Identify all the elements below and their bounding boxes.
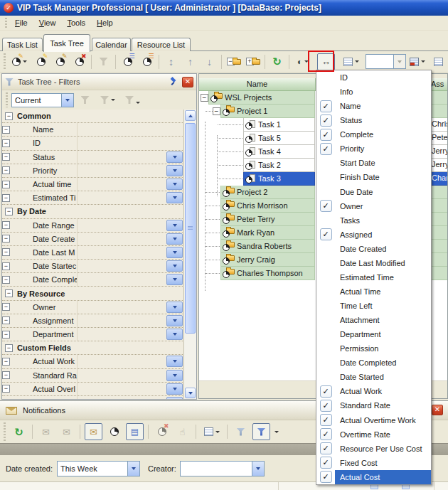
tree-row-box[interactable]: Mark Ryan: [220, 226, 315, 240]
menu-item[interactable]: ✓ Actual Overtime Work: [316, 413, 431, 427]
menu-item[interactable]: Permission: [316, 341, 431, 356]
reject-task-button[interactable]: ✖: [153, 423, 171, 440]
filter-row[interactable]: − By Resource: [2, 287, 184, 300]
menu-item[interactable]: ✓ Complete: [316, 127, 431, 142]
menu-item[interactable]: ✓ Assigned: [316, 228, 431, 242]
dropdown-button[interactable]: [166, 151, 183, 163]
filter-row[interactable]: − Overtime Ra: [2, 396, 184, 399]
dropdown-button[interactable]: [166, 370, 183, 381]
dropdown-button[interactable]: [166, 383, 183, 395]
filter-value-cell[interactable]: [77, 151, 184, 164]
minus-box-icon[interactable]: −: [2, 139, 10, 147]
show-description-button[interactable]: ▤: [126, 423, 144, 440]
menu-item[interactable]: View: [33, 17, 62, 28]
tree-row-box[interactable]: Task 3: [243, 172, 315, 186]
creator-combobox[interactable]: [180, 461, 265, 476]
collapse-all-button[interactable]: −: [225, 53, 242, 70]
dropdown-button[interactable]: [166, 302, 183, 313]
filter-value-cell[interactable]: [77, 396, 184, 399]
filter-row[interactable]: − Common: [2, 110, 184, 123]
column-header-name[interactable]: Name: [199, 78, 315, 90]
filter-value-cell[interactable]: [77, 260, 184, 272]
tab[interactable]: Task Tree: [43, 34, 90, 52]
filter-value-cell[interactable]: [77, 233, 184, 245]
filter-value-cell[interactable]: [77, 355, 184, 368]
save-filter-button[interactable]: [97, 92, 119, 109]
tab[interactable]: Resource List: [132, 38, 191, 51]
tree-row[interactable]: − Project 1: [199, 105, 315, 118]
minus-box-icon[interactable]: −: [2, 358, 10, 366]
new-task-button[interactable]: ✎: [9, 53, 31, 70]
combobox-arrow[interactable]: [127, 462, 139, 476]
filter-value-cell[interactable]: [77, 178, 184, 191]
menu-item[interactable]: Time Left: [316, 299, 431, 313]
filter-row[interactable]: − Priority: [2, 164, 184, 178]
minus-box-icon[interactable]: −: [2, 221, 10, 229]
minus-box-icon[interactable]: −: [2, 371, 10, 379]
minus-box-icon[interactable]: −: [2, 153, 10, 161]
actual-time-button[interactable]: ☰: [138, 53, 156, 70]
minus-box-icon[interactable]: −: [5, 208, 13, 215]
combobox-arrow[interactable]: [393, 55, 405, 68]
checkbox-icon[interactable]: ✓: [320, 400, 332, 412]
tree-row-box[interactable]: Jerry Craig: [220, 253, 315, 267]
menu-item[interactable]: ✓ Overtime Rate: [316, 427, 431, 442]
dropdown-button[interactable]: [166, 179, 183, 190]
date-created-combobox[interactable]: This Week: [57, 461, 140, 476]
tree-row-box[interactable]: Chris Morrison: [220, 199, 315, 213]
menu-item[interactable]: ID: [316, 70, 431, 85]
menu-item[interactable]: File: [9, 17, 33, 28]
filter-value-cell[interactable]: [77, 164, 184, 177]
apply-filter-button[interactable]: [76, 92, 94, 109]
checkbox-icon[interactable]: ✓: [320, 100, 332, 112]
dropdown-button[interactable]: [166, 329, 183, 340]
dropdown-button[interactable]: [166, 260, 183, 272]
scroll-up-button[interactable]: [185, 110, 196, 121]
filter-value-cell[interactable]: [77, 219, 184, 232]
expand-all-button[interactable]: +: [244, 53, 262, 70]
menu-item[interactable]: Attachment: [316, 313, 431, 327]
combobox-arrow[interactable]: [252, 462, 264, 476]
menu-item[interactable]: Finish Date: [316, 170, 431, 184]
clear-filter-button[interactable]: [122, 92, 144, 109]
filter-button[interactable]: [252, 423, 270, 440]
tree-row[interactable]: Task 2: [199, 159, 315, 172]
checkbox-icon[interactable]: ✓: [320, 143, 332, 155]
tree-row[interactable]: Task 5: [199, 132, 315, 145]
dropdown-button[interactable]: [166, 220, 183, 231]
column-list-button[interactable]: [430, 53, 447, 70]
tree-row-box[interactable]: WSL Projects: [208, 91, 315, 105]
expand-collapse-button[interactable]: ↕: [162, 53, 180, 70]
minus-box-icon[interactable]: −: [5, 344, 13, 352]
close-icon[interactable]: ✕: [432, 405, 443, 415]
menu-item[interactable]: ✓ Status: [316, 113, 431, 127]
tree-row-box[interactable]: Project 2: [220, 186, 315, 199]
move-down-button[interactable]: ↓: [201, 53, 218, 70]
menu-item[interactable]: ✓ Resource Per Use Cost: [316, 442, 431, 456]
tree-row[interactable]: Peter Terry: [199, 213, 315, 226]
filter-value-cell[interactable]: [77, 328, 184, 341]
menu-item[interactable]: Due Date: [316, 185, 431, 199]
minus-box-icon[interactable]: −: [2, 303, 10, 311]
tree-expander[interactable]: −: [201, 94, 208, 102]
toolbar-combobox[interactable]: [366, 54, 406, 69]
filter-row[interactable]: − Department: [2, 328, 184, 341]
menu-item[interactable]: Start Date: [316, 156, 431, 170]
filter-row[interactable]: − Owner: [2, 301, 184, 314]
tree-row-box[interactable]: Charles Thompson: [220, 267, 315, 280]
dropdown-button[interactable]: [166, 315, 183, 326]
close-icon[interactable]: ✕: [182, 77, 193, 87]
menu-item[interactable]: Tasks: [316, 213, 431, 228]
menu-item[interactable]: ✓ Actual Work: [316, 384, 431, 398]
minus-box-icon[interactable]: −: [2, 276, 10, 284]
filter-row[interactable]: − Estimated Ti: [2, 191, 184, 205]
scrollbar-thumb[interactable]: [185, 123, 196, 334]
menu-item[interactable]: Info: [316, 85, 431, 99]
menu-item[interactable]: ✓ Owner: [316, 199, 431, 213]
dropdown-button[interactable]: [166, 233, 183, 245]
menu-item[interactable]: Actual Time: [316, 284, 431, 299]
pin-icon[interactable]: [170, 78, 178, 86]
checkbox-icon[interactable]: ✓: [320, 428, 332, 440]
menu-item[interactable]: Tools: [61, 17, 91, 28]
filter-value-cell[interactable]: [77, 273, 184, 286]
